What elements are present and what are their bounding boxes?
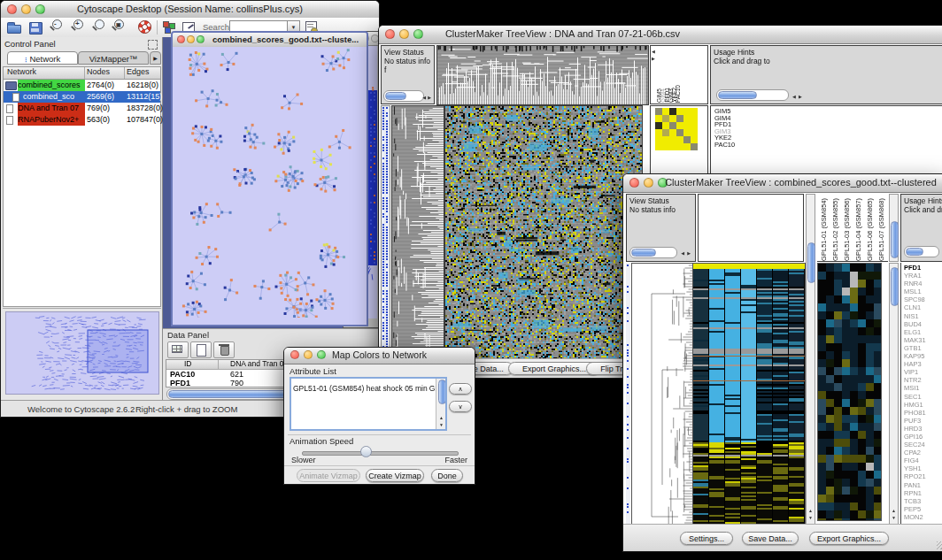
tab-network[interactable]: ⁝ Network [7, 51, 78, 65]
gene-label[interactable]: GPI16 [904, 433, 926, 441]
scroll-up-icon[interactable]: ▲ [892, 509, 896, 513]
resize-grip[interactable] [937, 541, 942, 549]
tv2-labels-vscrollbar[interactable] [889, 194, 899, 262]
gene-label[interactable]: RNR4 [904, 280, 926, 288]
scroll-right-icon[interactable]: ▶ [428, 96, 431, 100]
treeview1-titlebar[interactable]: ClusterMaker TreeView : DNA and Tran 07-… [379, 26, 942, 44]
float-panel-icon[interactable] [148, 40, 158, 50]
column-label[interactable]: GPL51-04 (GSM857) [853, 198, 864, 261]
gene-label[interactable]: CPA2 [904, 449, 926, 456]
scrollbar-thumb[interactable] [891, 221, 899, 258]
attribute-list-vscrollbar[interactable]: ▲ ▼ [436, 379, 445, 429]
scroll-down-icon[interactable]: ▼ [439, 423, 444, 427]
col-id[interactable]: ID [184, 359, 192, 368]
gene-label[interactable]: NIS1 [904, 312, 926, 320]
close-button[interactable] [385, 29, 395, 39]
tab-overflow-arrow[interactable]: ▶ [150, 51, 161, 65]
scroll-down-icon[interactable]: ▼ [808, 516, 813, 520]
gene-label[interactable]: PFD1 [904, 264, 926, 272]
tv1-status-hscrollbar[interactable] [383, 90, 424, 102]
tv2-global-strip[interactable] [626, 263, 630, 525]
gene-label[interactable]: HAP3 [904, 360, 926, 368]
gene-label[interactable]: PUF3 [904, 417, 926, 425]
minimize-button[interactable] [644, 178, 653, 188]
zoom-out-icon[interactable]: - [52, 19, 68, 35]
gene-label[interactable]: TCB3 [904, 497, 926, 505]
attribute-item[interactable]: GPL51-01 (GSM854) heat shock 05 min [291, 384, 428, 393]
tv2-col-dendrogram-panel[interactable] [698, 194, 804, 262]
gene-label[interactable]: HMG1 [904, 401, 926, 409]
tv1-zoom-heatmap[interactable] [655, 108, 698, 150]
gene-label[interactable]: PAC10 [714, 142, 735, 149]
zoom-button[interactable] [413, 29, 423, 39]
gene-label[interactable]: SEC24 [904, 441, 926, 449]
column-label[interactable]: GPL51-01 (GSM854) [818, 198, 830, 261]
zoom-fit-icon[interactable]: ▣ [114, 19, 130, 35]
gene-label[interactable]: VIP1 [904, 368, 926, 376]
overview-canvas[interactable] [5, 311, 159, 395]
gene-label[interactable]: PEP5 [904, 505, 926, 513]
gene-label[interactable]: SPC98 [904, 295, 926, 303]
gene-label[interactable]: CLN1 [904, 303, 926, 311]
gene-label[interactable]: ELG1 [904, 328, 926, 336]
settings-button[interactable]: Settings... [680, 532, 733, 545]
speed-slider-track[interactable] [302, 451, 459, 456]
col-nodes[interactable]: Nodes [87, 67, 110, 76]
tv2-status-hscrollbar[interactable] [629, 247, 677, 258]
treeview2-titlebar[interactable]: ClusterMaker TreeView : combined_scores_… [623, 174, 942, 193]
scroll-left-icon[interactable]: ◀ [792, 95, 796, 99]
network-row-rnapuber[interactable]: RNAPuberNov2+ 563(0) 107847(0) [4, 114, 160, 126]
gene-label[interactable]: MSL1 [904, 288, 926, 295]
tv1-heatmap[interactable] [444, 105, 643, 361]
save-data-button[interactable]: Save Data... [742, 532, 799, 545]
scroll-left-icon[interactable]: ◀ [681, 251, 684, 256]
network-row-dna-tran[interactable]: DNA and Tran 07 769(0) 183728(0) [4, 103, 160, 114]
tab-vizmapper[interactable]: VizMapper™ [78, 51, 149, 65]
dialog-titlebar[interactable]: Map Colors to Network [284, 348, 475, 364]
scroll-left-icon[interactable]: ◀ [422, 96, 426, 100]
close-button[interactable] [177, 35, 185, 43]
column-label[interactable]: GPL51-08 (GSM872) [887, 198, 888, 261]
gene-label[interactable]: YRA1 [904, 272, 926, 280]
network-table-header[interactable]: Network Nodes Edges [4, 67, 160, 80]
column-label[interactable]: PAC10 [676, 85, 680, 103]
network-row-selected[interactable]: combined_sco 2569(6) 13112(15) [4, 91, 160, 103]
column-label[interactable]: GPL51-02 (GSM855) [830, 198, 841, 261]
table-row[interactable]: PAC10 [170, 370, 195, 379]
scroll-right-icon[interactable]: ▶ [687, 251, 691, 256]
gene-label[interactable]: KAP95 [904, 352, 926, 360]
col-network[interactable]: Network [7, 67, 36, 76]
scroll-up-icon[interactable]: ◀ [652, 50, 655, 54]
move-down-button[interactable]: ∨ [449, 401, 472, 412]
col-edges[interactable]: Edges [127, 67, 150, 76]
tv1-col-dendrogram[interactable] [436, 45, 649, 105]
zoom-in-icon[interactable]: + [73, 19, 89, 35]
gene-label[interactable]: MON2 [904, 513, 926, 521]
gene-label[interactable]: PAN1 [904, 481, 926, 489]
table-row[interactable]: PFD1 [170, 379, 190, 387]
gene-label[interactable]: SEC1 [904, 393, 926, 401]
help-lifebuoy-icon[interactable] [137, 19, 153, 35]
main-titlebar[interactable]: Cytoscape Desktop (Session Name: collins… [1, 1, 379, 19]
network-row-combined-scores[interactable]: combined_scores 2764(0) 16218(0) [4, 80, 160, 91]
tv2-main-vscrollbar[interactable]: ▲ ▼ [806, 194, 815, 525]
scroll-right-icon[interactable]: ▶ [799, 95, 802, 99]
tv2-row-dendrogram[interactable] [631, 263, 692, 526]
minimize-button[interactable] [187, 35, 195, 43]
gene-label[interactable]: HRD3 [904, 425, 926, 433]
save-icon[interactable] [27, 19, 43, 35]
animate-vizmap-button[interactable]: Animate Vizmap [297, 469, 360, 482]
gene-label[interactable]: FIG4 [904, 456, 926, 464]
scrollbar-thumb[interactable] [891, 267, 899, 306]
gene-label[interactable]: GTB1 [904, 344, 926, 352]
gene-label[interactable]: MSI1 [904, 384, 926, 392]
gene-label[interactable]: PHO81 [904, 409, 926, 417]
scroll-up-icon[interactable]: ▲ [439, 416, 444, 420]
export-graphics-button[interactable]: Export Graphics... [809, 532, 889, 545]
column-label[interactable]: GPL51-03 (GSM856) [841, 198, 853, 261]
scroll-down-icon[interactable]: ▶ [652, 57, 655, 61]
open-file-icon[interactable] [6, 19, 22, 35]
tv2-heatmap[interactable] [692, 263, 806, 526]
gene-label[interactable]: YSH1 [904, 464, 926, 472]
gene-label[interactable]: NTR2 [904, 376, 926, 384]
